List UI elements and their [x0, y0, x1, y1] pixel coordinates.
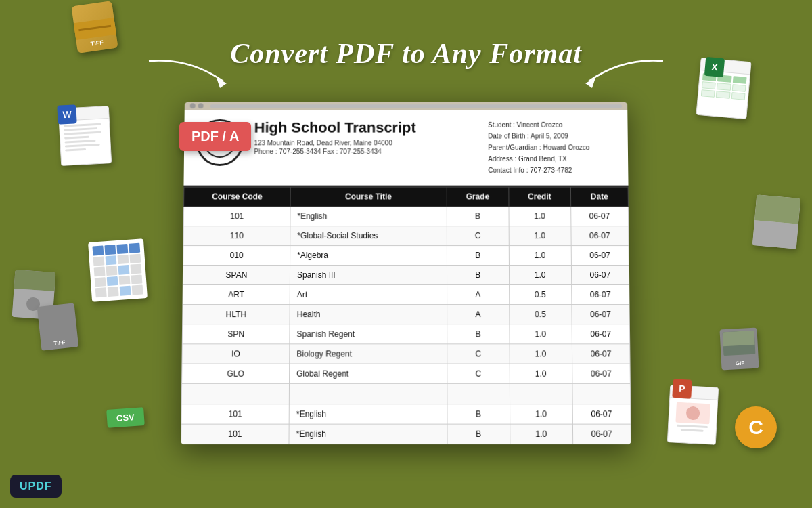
doc-phone: Phone : 707-255-3434 Fax : 707-255-3434 [254, 148, 488, 155]
cell-date: 06-07 [571, 226, 629, 246]
cell-title: Biology Regent [290, 344, 447, 364]
cell-code: ART [183, 285, 290, 305]
table-row: 110 *Global-Social Studies C 1.0 06-07 [183, 226, 629, 246]
cell-grade: B [447, 266, 509, 285]
pdf-a-badge: PDF / A [179, 122, 251, 151]
cell-credit: 1.0 [510, 344, 572, 364]
table-row: ART Art A 0.5 06-07 [183, 285, 629, 305]
cell-credit: 0.5 [509, 285, 571, 305]
document-container: 📚 ★ ★ ★ High School Transcript 123 Mount… [181, 102, 631, 444]
csv-badge: CSV [106, 407, 144, 428]
cell-credit: 1.0 [510, 324, 572, 344]
table-row: HLTH Health A 0.5 06-07 [183, 305, 630, 324]
cell-grade: C [447, 344, 509, 364]
cell-credit: 1.0 [510, 364, 572, 383]
tiff-icon-top: TIFF [71, 1, 118, 54]
doc-title-section: High School Transcript 123 Mountain Road… [254, 119, 488, 155]
col-credit: Credit [509, 187, 571, 207]
cell-title: Spanish Regent [290, 324, 447, 344]
word-badge: W [57, 104, 76, 124]
cell-credit: 1.0 [509, 246, 571, 266]
cell-grade: B [447, 246, 509, 266]
gif-icon: GIF [719, 328, 759, 371]
updf-logo: UPDF [10, 475, 62, 498]
cell-code: IO [182, 344, 290, 364]
cell-grade: C [447, 364, 510, 383]
col-date: Date [570, 187, 628, 207]
doc-address: 123 Mountain Road, Dead River, Maine 040… [254, 139, 488, 146]
cell-title: *English [290, 207, 447, 226]
ppt-badge: P [672, 379, 692, 398]
scroll-dot-1 [190, 103, 196, 108]
cell-credit: 0.5 [509, 305, 571, 324]
cell-credit: 1.0 [510, 424, 572, 444]
table-row: 101 *English B 1.0 06-07 [183, 207, 628, 226]
col-course-code: Course Code [184, 187, 291, 207]
doc-scroll-bar [185, 102, 627, 110]
cell-code: GLO [182, 364, 290, 383]
cell-date: 06-07 [572, 364, 630, 383]
photo-icon-right [752, 194, 800, 249]
arrow-right [582, 54, 677, 102]
table-row: 101 *English B 1.0 06-07 [181, 404, 631, 424]
cell-title: *Algebra [290, 246, 447, 266]
cell-grade: C [447, 226, 509, 246]
table-row [181, 383, 631, 404]
cell-date: 06-07 [571, 266, 629, 285]
cell-title: *Global-Social Studies [290, 226, 447, 246]
cell-code: 010 [183, 246, 290, 266]
cell-date: 06-07 [572, 404, 631, 424]
cell-title: Health [290, 305, 447, 324]
cell-date: 06-07 [572, 344, 630, 364]
cell-code: SPN [182, 324, 290, 344]
cell-credit: 1.0 [509, 207, 571, 226]
cell-date: 06-07 [571, 246, 629, 266]
cell-date: 06-07 [570, 207, 628, 226]
arrow-left [135, 54, 230, 102]
table-row: 101 *English B 1.0 06-07 [181, 424, 631, 444]
cell-credit: 1.0 [509, 266, 571, 285]
transcript-table: Course Code Course Title Grade Credit Da… [181, 187, 631, 444]
doc-student-info: Student : Vincent Orozco Date of Birth :… [488, 119, 616, 176]
excel-badge: X [704, 57, 725, 77]
table-row: 010 *Algebra B 1.0 06-07 [183, 246, 629, 266]
tiff-icon-mid: TIFF [37, 303, 78, 350]
cell-credit: 1.0 [509, 226, 571, 246]
student-name: Student : Vincent Orozco [488, 119, 616, 131]
cell-title: *English [289, 424, 447, 444]
cell-code: SPAN [183, 266, 290, 285]
cell-code: HLTH [183, 305, 290, 324]
tiff-label: TIFF [90, 39, 104, 47]
gif-label: GIF [736, 360, 745, 367]
cell-grade: B [447, 404, 510, 424]
main-title: Convert PDF to Any Format [0, 37, 812, 70]
table-row: GLO Global Regent C 1.0 06-07 [182, 364, 631, 383]
grid-doc-icon [88, 238, 148, 302]
tiff-mid-label: TIFF [53, 339, 66, 347]
cell-date: 06-07 [572, 324, 630, 344]
doc-main-title: High School Transcript [254, 119, 489, 137]
cell-credit: 1.0 [510, 404, 572, 424]
cell-date: 06-07 [572, 424, 631, 444]
cell-code: 110 [183, 226, 290, 246]
table-header-row: Course Code Course Title Grade Credit Da… [184, 187, 629, 207]
cell-title: Global Regent [289, 364, 447, 383]
table-row: SPAN Spanish III B 1.0 06-07 [183, 266, 629, 285]
student-contact: Contact Info : 707-273-4782 [488, 165, 616, 176]
student-dob: Date of Birth : April 5, 2009 [488, 131, 616, 142]
cell-grade: B [447, 207, 509, 226]
col-course-title: Course Title [290, 187, 447, 207]
student-address: Address : Grand Bend, TX [488, 153, 616, 165]
cell-grade: B [447, 424, 510, 444]
cell-title: Art [290, 285, 447, 305]
student-parent: Parent/Guardian : Howard Orozco [488, 142, 616, 153]
cell-grade: A [447, 285, 509, 305]
c-lang-badge: C [735, 406, 777, 448]
cell-date: 06-07 [572, 305, 630, 324]
cell-grade: A [447, 305, 509, 324]
cell-code: 101 [181, 424, 290, 444]
table-row: SPN Spanish Regent B 1.0 06-07 [182, 324, 629, 344]
cell-grade: B [447, 324, 509, 344]
cell-title: *English [289, 404, 447, 424]
col-grade: Grade [447, 187, 509, 207]
